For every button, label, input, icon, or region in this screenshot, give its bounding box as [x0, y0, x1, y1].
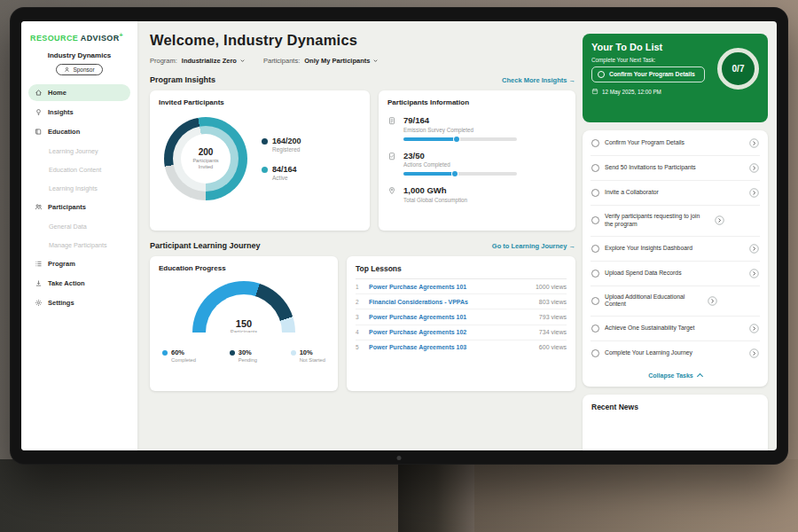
- task-row[interactable]: Complete Your Learning Journey: [591, 341, 760, 365]
- task-checkbox[interactable]: [591, 270, 599, 278]
- lesson-link[interactable]: Power Purchase Agreements 102: [369, 329, 533, 335]
- chevron-right-icon[interactable]: [749, 163, 759, 173]
- program-insights-header: Program Insights Check More Insights: [150, 75, 575, 84]
- lesson-row: 4 Power Purchase Agreements 102 734 view…: [356, 325, 567, 340]
- learning-journey-header: Participant Learning Journey Go to Learn…: [150, 241, 575, 250]
- info-row: 79/164 Emission Survey Completed: [387, 115, 567, 141]
- todo-progress-ring: 0/7: [717, 48, 759, 90]
- chevron-right-icon[interactable]: [749, 348, 759, 358]
- sidebar-item-manage-participants[interactable]: Manage Participants: [28, 237, 130, 253]
- sidebar-item-home[interactable]: Home: [28, 84, 130, 101]
- task-row[interactable]: Send 50 Invitations to Participants: [591, 156, 760, 181]
- lesson-row: 2 Financial Considerations - VPPAs 803 v…: [356, 294, 567, 309]
- participants-select[interactable]: Only My Participants: [304, 57, 379, 65]
- legend-item: 84/164 Active: [262, 165, 301, 181]
- invited-participants-card: Invited Participants 200 Participants In…: [150, 90, 370, 231]
- program-select[interactable]: Industrialize Zero: [182, 57, 246, 65]
- sidebar: RESOURCE ADVISOR+ Industry Dynamics Spon…: [21, 21, 137, 450]
- education-progress-card: Education Progress 150 Participants 60%: [150, 256, 338, 391]
- sidebar-item-learning-journey[interactable]: Learning Journey: [28, 143, 130, 159]
- participants-information-card: Participants Information 79/164 Emission…: [379, 90, 575, 231]
- sidebar-item-learning-insights[interactable]: Learning Insights: [28, 180, 130, 196]
- task-checkbox[interactable]: [591, 139, 599, 147]
- location-pin-icon: [387, 186, 396, 203]
- lesson-link[interactable]: Power Purchase Agreements 101: [369, 314, 533, 320]
- invited-legend: 164/200 Registered 84/164 Active: [262, 137, 301, 181]
- lesson-link[interactable]: Power Purchase Agreements 103: [369, 344, 533, 350]
- clipboard-icon: [387, 116, 396, 141]
- legend-dot: [230, 350, 235, 356]
- collapse-tasks-button[interactable]: Collapse Tasks: [591, 365, 760, 386]
- lesson-row: 3 Power Purchase Agreements 101 793 view…: [356, 309, 567, 325]
- task-row[interactable]: Achieve One Sustainability Target: [591, 317, 760, 341]
- sidebar-item-education-content[interactable]: Education Content: [28, 161, 130, 177]
- task-checkbox[interactable]: [591, 349, 599, 357]
- chevron-right-icon[interactable]: [749, 244, 759, 254]
- monitor-power-led: [397, 456, 402, 460]
- task-checkbox[interactable]: [598, 71, 605, 78]
- info-row: 23/50 Actions Completed: [387, 151, 567, 176]
- org-name: Industry Dynamics: [28, 51, 130, 59]
- monitor-bezel: RESOURCE ADVISOR+ Industry Dynamics Spon…: [10, 7, 788, 465]
- invited-participants-donut: 200 Participants Invited: [164, 117, 247, 200]
- legend-item: 60% Completed: [162, 348, 196, 363]
- checklist-icon: [387, 152, 396, 176]
- sidebar-item-education[interactable]: Education: [28, 123, 130, 140]
- progress-bar: [403, 137, 517, 141]
- people-icon: [35, 203, 43, 211]
- sidebar-item-general-data[interactable]: General Data: [28, 218, 130, 234]
- app-window: RESOURCE ADVISOR+ Industry Dynamics Spon…: [21, 21, 777, 450]
- sidebar-item-insights[interactable]: Insights: [28, 104, 130, 121]
- chevron-right-icon[interactable]: [749, 269, 759, 278]
- chevron-down-icon: [239, 58, 246, 64]
- info-row: 1,000 GWh Total Global Consumption: [387, 185, 567, 203]
- recent-news-card: Recent News: [583, 395, 768, 450]
- monitor-stand: [398, 463, 474, 532]
- task-checkbox[interactable]: [591, 297, 599, 305]
- task-checkbox[interactable]: [591, 164, 599, 172]
- chevron-right-icon[interactable]: [749, 324, 759, 333]
- sidebar-item-program[interactable]: Program: [28, 255, 130, 272]
- program-filter: Program: Industrialize Zero: [150, 57, 246, 65]
- next-task-button[interactable]: Confirm Your Program Details: [591, 66, 705, 82]
- task-row[interactable]: Upload Spend Data Records: [591, 262, 760, 286]
- page-title: Welcome, Industry Dynamics: [150, 32, 575, 49]
- todo-panel: Your To Do List Complete Your Next Task:…: [583, 21, 777, 450]
- task-row[interactable]: Explore Your Insights Dashboard: [591, 237, 760, 262]
- sponsor-badge[interactable]: Sponsor: [56, 64, 102, 75]
- task-row[interactable]: Upload Additional Educational Content: [591, 286, 760, 317]
- sidebar-item-take-action[interactable]: Take Action: [28, 275, 130, 292]
- legend-dot: [262, 138, 268, 145]
- lesson-link[interactable]: Financial Considerations - VPPAs: [369, 299, 533, 305]
- task-checkbox[interactable]: [591, 189, 599, 197]
- sidebar-item-settings[interactable]: Settings: [28, 294, 130, 311]
- check-more-insights-link[interactable]: Check More Insights: [502, 76, 575, 84]
- legend-item: 30% Pending: [230, 348, 257, 363]
- task-checkbox[interactable]: [591, 245, 599, 253]
- lesson-row: 5 Power Purchase Agreements 103 600 view…: [356, 340, 567, 355]
- app-logo: RESOURCE ADVISOR+: [28, 32, 130, 48]
- task-row[interactable]: Invite a Collaborator: [591, 181, 760, 206]
- chevron-right-icon[interactable]: [749, 188, 759, 198]
- download-icon: [35, 279, 43, 287]
- home-icon: [35, 89, 43, 97]
- chevron-right-icon[interactable]: [749, 138, 759, 148]
- chevron-right-icon[interactable]: [715, 215, 724, 225]
- sidebar-item-participants[interactable]: Participants: [28, 199, 130, 215]
- todo-summary-card: Your To Do List Complete Your Next Task:…: [583, 34, 768, 122]
- legend-dot: [262, 167, 268, 173]
- gear-icon: [35, 299, 43, 307]
- chevron-down-icon: [372, 58, 379, 64]
- lesson-link[interactable]: Power Purchase Agreements 101: [369, 284, 529, 290]
- journey-cards-row: Education Progress 150 Participants 60%: [150, 256, 575, 391]
- sidebar-nav: Home Insights Education Learning Journey…: [28, 84, 130, 311]
- todo-task-list: Confirm Your Program Details Send 50 Inv…: [583, 130, 768, 387]
- task-row[interactable]: Confirm Your Program Details: [591, 131, 760, 156]
- chevron-right-icon[interactable]: [708, 296, 717, 306]
- progress-bar: [403, 172, 517, 176]
- education-progress-gauge: 150 Participants: [192, 281, 295, 332]
- go-to-learning-journey-link[interactable]: Go to Learning Journey: [492, 242, 575, 250]
- task-row[interactable]: Verify participants requesting to join t…: [591, 206, 760, 237]
- task-checkbox[interactable]: [591, 216, 599, 224]
- task-checkbox[interactable]: [591, 325, 599, 332]
